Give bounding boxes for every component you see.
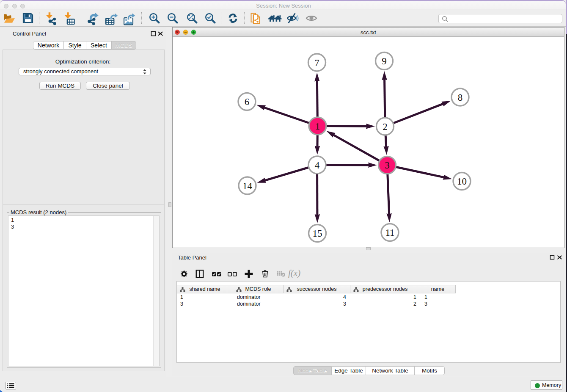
- svg-text:7: 7: [314, 58, 319, 68]
- svg-text:8: 8: [458, 92, 463, 103]
- svg-text:3: 3: [385, 160, 390, 171]
- svg-text:14: 14: [242, 181, 253, 191]
- svg-text:2: 2: [383, 121, 388, 132]
- svg-text:15: 15: [313, 228, 322, 239]
- svg-text:11: 11: [385, 227, 394, 238]
- svg-text:6: 6: [245, 97, 250, 107]
- svg-text:9: 9: [382, 56, 387, 66]
- svg-text:10: 10: [457, 176, 467, 187]
- svg-text:4: 4: [315, 160, 320, 171]
- svg-text:1: 1: [315, 121, 320, 132]
